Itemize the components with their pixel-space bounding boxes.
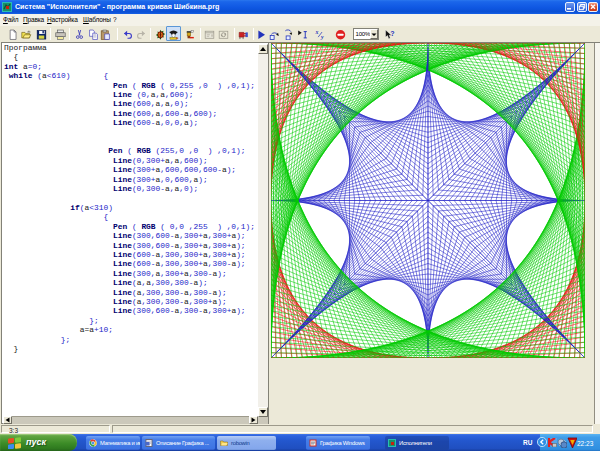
svg-text:x: x	[315, 29, 318, 35]
svg-text:?: ?	[390, 30, 394, 37]
svg-text:y: y	[319, 34, 323, 40]
